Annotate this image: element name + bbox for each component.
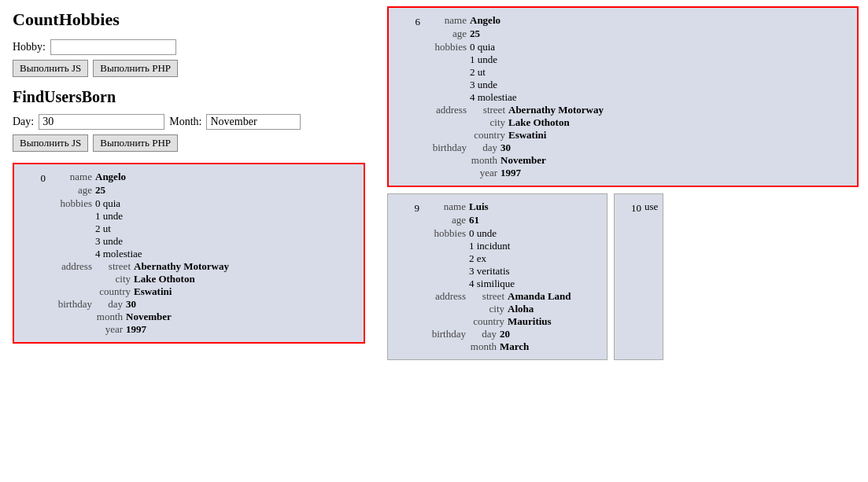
left-hobby-0: 0 quia: [95, 197, 142, 210]
right-user-1-details: name Luis age 61 hobbies 0 unde 1 incidu…: [423, 201, 597, 353]
left-bday-day: day 30: [95, 298, 172, 311]
r0-hobbies-section: hobbies 0 quia 1 unde 2 ut 3 unde 4 mole…: [423, 41, 848, 104]
hobby-input[interactable]: [50, 39, 176, 55]
name-label: name: [49, 171, 92, 183]
left-birthday-details: day 30 month November year 1997: [95, 298, 172, 336]
day-label: Day:: [13, 116, 34, 128]
right-user-1-row: 9 name Luis age 61 hobbies 0 unde 1: [397, 201, 597, 353]
left-bday-day-val: 30: [126, 298, 136, 311]
left-country: Eswatini: [134, 285, 172, 298]
address-label: address: [49, 260, 92, 298]
hobby-form-row: Hobby:: [13, 39, 365, 55]
r1-age-line: age 61: [423, 214, 597, 226]
r0-birthday-section: birthday day 30 month November year 1997: [423, 142, 848, 179]
left-user-details: name Angelo age 25 hobbies 0 quia 1 unde…: [49, 171, 354, 336]
right-user-0-row: 6 name Angelo age 25 hobbies 0 quia 1 un…: [398, 14, 848, 179]
right-user-0-details: name Angelo age 25 hobbies 0 quia 1 unde…: [423, 14, 848, 179]
left-user-card: 0 name Angelo age 25 hobbies 0 quia 1 un…: [13, 163, 365, 344]
r0-address-section: address street Abernathy Motorway city L…: [423, 104, 848, 142]
left-bday-month-val: November: [126, 311, 172, 323]
year-sub-label: year: [95, 323, 123, 336]
find-users-js-button[interactable]: Выполнить JS: [13, 134, 88, 152]
day-input[interactable]: [39, 114, 164, 130]
left-street: Abernathy Motorway: [134, 260, 229, 273]
left-address-details: street Abernathy Motorway city Lake Otho…: [95, 260, 229, 298]
left-hobby-3: 3 unde: [95, 235, 142, 248]
r1-name-line: name Luis: [423, 201, 597, 213]
left-country-line: country Eswatini: [95, 285, 229, 298]
right-bottom-row: 9 name Luis age 61 hobbies 0 unde 1: [387, 193, 859, 360]
r0-age-line: age 25: [423, 28, 848, 40]
left-age-line: age 25: [49, 184, 354, 197]
hobbies-label: hobbies: [49, 197, 92, 260]
left-bday-month: month November: [95, 311, 172, 323]
r0-name-line: name Angelo: [423, 14, 848, 27]
age-label: age: [49, 184, 92, 197]
find-users-form-row: Day: Month:: [13, 114, 365, 130]
partial-user-label: use: [645, 201, 658, 215]
count-hobbies-php-button[interactable]: Выполнить PHP: [93, 60, 178, 77]
birthday-label: birthday: [49, 298, 92, 336]
find-users-buttons: Выполнить JS Выполнить PHP: [13, 134, 365, 152]
right-partial-card: 10 use: [614, 193, 663, 360]
left-address-section: address street Abernathy Motorway city L…: [49, 260, 354, 298]
month-input[interactable]: [206, 114, 301, 130]
left-panel: CountHobbies Hobby: Выполнить JS Выполни…: [0, 0, 378, 366]
hobby-label: Hobby:: [13, 41, 46, 53]
left-user-name: Angelo: [95, 171, 126, 183]
r1-address-section: address street Amanda Land city Aloha: [423, 290, 597, 328]
left-hobby-2: 2 ut: [95, 223, 142, 235]
right-user-card-1: 9 name Luis age 61 hobbies 0 unde 1: [387, 193, 608, 360]
left-city-line: city Lake Othoton: [95, 273, 229, 285]
count-hobbies-js-button[interactable]: Выполнить JS: [13, 60, 88, 77]
count-hobbies-buttons: Выполнить JS Выполнить PHP: [13, 60, 365, 77]
month-label: Month:: [169, 116, 201, 128]
street-label: street: [95, 260, 131, 273]
r1-hobbies-section: hobbies 0 unde 1 incidunt 2 ex 3 veritat…: [423, 227, 597, 290]
country-label: country: [95, 285, 131, 298]
month-sub-label: month: [95, 311, 123, 323]
r1-birthday-section: birthday day 20 month March: [423, 328, 597, 353]
city-label: city: [95, 273, 131, 285]
left-street-line: street Abernathy Motorway: [95, 260, 229, 273]
left-birthday-section: birthday day 30 month November year 1997: [49, 298, 354, 336]
find-users-php-button[interactable]: Выполнить PHP: [93, 134, 178, 152]
right-user-card-0: 6 name Angelo age 25 hobbies 0 quia 1 un…: [387, 6, 859, 187]
left-user-index: 0: [24, 171, 46, 336]
left-user-age: 25: [95, 184, 105, 197]
right-panel: 6 name Angelo age 25 hobbies 0 quia 1 un…: [378, 0, 868, 366]
left-hobbies-section: hobbies 0 quia 1 unde 2 ut 3 unde 4 mole…: [49, 197, 354, 260]
find-users-born-title: FindUsersBorn: [13, 88, 365, 106]
right-user-1-index: 9: [397, 201, 419, 353]
left-name-line: name Angelo: [49, 171, 354, 183]
left-hobby-1: 1 unde: [95, 210, 142, 223]
count-hobbies-title: CountHobbies: [13, 9, 365, 30]
left-bday-year-val: 1997: [126, 323, 146, 336]
left-user-row: 0 name Angelo age 25 hobbies 0 quia 1 un…: [24, 171, 354, 336]
left-bday-year: year 1997: [95, 323, 172, 336]
partial-user-index: 10: [619, 201, 641, 215]
left-hobby-4: 4 molestiae: [95, 248, 142, 260]
left-city: Lake Othoton: [134, 273, 195, 285]
right-user-0-index: 6: [398, 14, 420, 179]
left-hobbies-list: 0 quia 1 unde 2 ut 3 unde 4 molestiae: [95, 197, 142, 260]
day-sub-label: day: [95, 298, 123, 311]
